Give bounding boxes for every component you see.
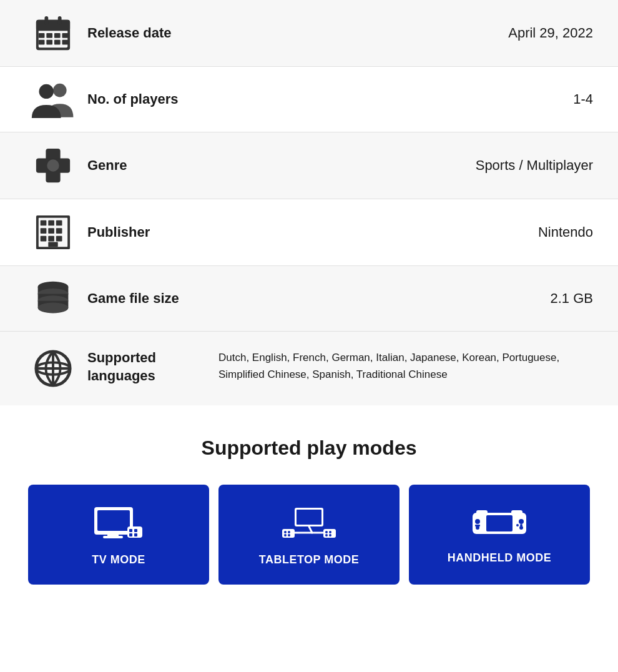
svg-rect-7 [62, 33, 69, 38]
svg-rect-75 [511, 510, 522, 515]
svg-rect-74 [476, 510, 488, 515]
svg-point-37 [38, 303, 69, 314]
svg-rect-29 [56, 236, 62, 242]
svg-rect-47 [129, 529, 132, 532]
info-table: Release date April 29, 2022 No. of playe… [0, 0, 618, 405]
svg-rect-27 [41, 236, 47, 242]
svg-rect-60 [323, 529, 336, 538]
svg-rect-3 [39, 28, 68, 31]
release-date-label: Release date [81, 25, 406, 41]
players-icon [25, 81, 81, 118]
play-modes-title: Supported play modes [25, 437, 593, 460]
svg-point-61 [325, 531, 328, 533]
calendar-icon [25, 14, 81, 52]
publisher-row: Publisher Nintendo [0, 199, 618, 266]
tabletop-mode-icon [281, 506, 337, 543]
svg-rect-10 [54, 40, 61, 45]
svg-point-64 [329, 534, 331, 536]
tabletop-mode-card[interactable]: TABLETOP MODE [218, 485, 400, 585]
svg-point-57 [288, 531, 290, 533]
handheld-mode-card[interactable]: HANDHELD MODE [409, 485, 590, 585]
filesize-value: 2.1 GB [406, 290, 593, 307]
svg-rect-48 [134, 529, 137, 532]
svg-point-15 [39, 84, 54, 99]
svg-rect-71 [475, 525, 480, 526]
svg-rect-66 [486, 515, 513, 531]
publisher-value: Nintendo [406, 224, 593, 240]
play-modes-grid: TV MODE [25, 485, 593, 585]
svg-point-73 [520, 524, 522, 526]
svg-rect-11 [62, 40, 69, 45]
svg-rect-28 [48, 236, 54, 242]
svg-point-67 [475, 519, 480, 524]
genre-row: Genre Sports / Multiplayer [0, 132, 618, 199]
svg-point-59 [288, 534, 290, 536]
tabletop-mode-label: TABLETOP MODE [259, 553, 360, 566]
genre-value: Sports / Multiplayer [406, 157, 593, 174]
svg-point-63 [325, 534, 328, 536]
svg-rect-13 [58, 16, 62, 25]
svg-rect-6 [54, 33, 61, 38]
languages-value: Dutch, English, French, German, Italian,… [206, 349, 593, 383]
languages-label: Supportedlanguages [81, 349, 206, 385]
filesize-row: Game file size 2.1 GB [0, 266, 618, 332]
publisher-label: Publisher [81, 224, 406, 240]
svg-point-72 [516, 524, 519, 526]
svg-rect-8 [39, 40, 45, 45]
svg-rect-52 [297, 510, 321, 525]
svg-rect-23 [56, 220, 62, 226]
building-icon [25, 213, 81, 252]
languages-row: Supportedlanguages Dutch, English, Frenc… [0, 332, 618, 405]
svg-rect-45 [103, 536, 123, 538]
players-label: No. of players [81, 91, 406, 107]
svg-rect-9 [46, 40, 52, 45]
svg-point-18 [47, 159, 59, 171]
svg-rect-30 [48, 242, 57, 247]
svg-point-56 [284, 531, 287, 533]
svg-rect-21 [41, 220, 47, 226]
svg-rect-12 [44, 16, 48, 25]
players-value: 1-4 [406, 91, 593, 107]
svg-rect-55 [282, 529, 295, 538]
svg-rect-49 [129, 533, 132, 536]
svg-rect-4 [39, 33, 45, 38]
svg-point-69 [519, 519, 524, 524]
svg-point-14 [53, 84, 67, 97]
dpad-icon [25, 146, 81, 185]
tv-mode-card[interactable]: TV MODE [28, 485, 209, 585]
database-icon [25, 280, 81, 317]
svg-rect-50 [134, 533, 137, 536]
svg-rect-5 [46, 33, 52, 38]
svg-rect-25 [48, 228, 54, 234]
release-date-value: April 29, 2022 [406, 25, 593, 41]
release-date-row: Release date April 29, 2022 [0, 0, 618, 67]
tv-mode-label: TV MODE [92, 553, 145, 566]
handheld-mode-label: HANDHELD MODE [448, 551, 552, 565]
svg-rect-43 [97, 510, 130, 531]
svg-rect-26 [56, 228, 62, 234]
svg-point-58 [284, 534, 287, 536]
tv-mode-icon [94, 506, 144, 543]
handheld-mode-icon [471, 508, 527, 541]
svg-point-62 [329, 531, 331, 533]
svg-rect-24 [41, 228, 47, 234]
globe-icon [25, 349, 81, 388]
svg-rect-22 [48, 220, 54, 226]
genre-label: Genre [81, 157, 406, 174]
play-modes-section: Supported play modes [0, 405, 618, 610]
players-row: No. of players 1-4 [0, 67, 618, 132]
filesize-label: Game file size [81, 290, 406, 307]
